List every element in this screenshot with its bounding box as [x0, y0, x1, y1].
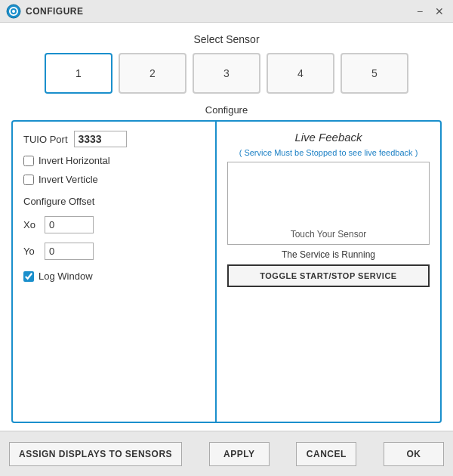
- toggle-service-button[interactable]: TOGGLE START/STOP SERVICE: [227, 264, 430, 287]
- select-sensor-title: Select Sensor: [11, 33, 442, 45]
- sensor-tabs: 1 2 3 4 5: [11, 53, 442, 94]
- configure-section: Configure TUIO Port Invert Horizontal: [11, 104, 442, 423]
- app-icon: [6, 4, 21, 19]
- svg-point-2: [12, 10, 15, 13]
- right-panel: Live Feeback ( Service Must be Stopped t…: [217, 122, 440, 422]
- sensor-tab-2[interactable]: 2: [119, 53, 186, 94]
- sensor-tab-5[interactable]: 5: [341, 53, 408, 94]
- sensor-tab-3[interactable]: 3: [193, 53, 260, 94]
- invert-vertical-label: Invert Verticle: [39, 174, 98, 185]
- configure-section-title: Configure: [11, 104, 442, 116]
- xo-row: Xo: [23, 216, 205, 233]
- live-feedback-subtitle: ( Service Must be Stopped to see live fe…: [239, 148, 418, 157]
- configure-panel: TUIO Port Invert Horizontal Invert Verti…: [11, 120, 442, 423]
- titlebar-title: CONFIGURE: [26, 6, 84, 17]
- xo-input[interactable]: [45, 216, 94, 233]
- ok-button[interactable]: OK: [384, 442, 444, 466]
- log-window-row: Log Window: [23, 270, 205, 282]
- sensor-tab-4[interactable]: 4: [267, 53, 334, 94]
- invert-horizontal-label: Invert Horizontal: [39, 155, 110, 166]
- yo-label: Yo: [23, 246, 39, 257]
- invert-vertical-row: Invert Verticle: [23, 174, 205, 185]
- left-panel: TUIO Port Invert Horizontal Invert Verti…: [13, 122, 217, 422]
- configure-offset-label: Configure Offset: [23, 196, 205, 207]
- close-button[interactable]: ✕: [432, 4, 447, 19]
- main-content: Select Sensor 1 2 3 4 5 Configure TUIO P…: [0, 23, 453, 431]
- feedback-box-text: Touch Your Sensor: [291, 229, 367, 240]
- log-window-checkbox[interactable]: [23, 271, 34, 282]
- titlebar-controls: − ✕: [412, 4, 447, 19]
- invert-horizontal-checkbox[interactable]: [23, 156, 34, 166]
- invert-horizontal-row: Invert Horizontal: [23, 155, 205, 166]
- cancel-button[interactable]: CANCEL: [296, 442, 356, 466]
- live-feedback-title: Live Feeback: [294, 131, 362, 144]
- yo-row: Yo: [23, 243, 205, 260]
- minimize-button[interactable]: −: [412, 4, 427, 19]
- tuio-port-input[interactable]: [74, 131, 127, 147]
- bottom-bar: ASSIGN DISPLAYS TO SENSORS APPLY CANCEL …: [0, 431, 453, 476]
- titlebar: CONFIGURE − ✕: [0, 0, 453, 23]
- log-window-label: Log Window: [39, 270, 93, 282]
- xo-label: Xo: [23, 219, 39, 230]
- yo-input[interactable]: [45, 243, 94, 260]
- feedback-display-box: Touch Your Sensor: [227, 162, 430, 245]
- sensor-tab-1[interactable]: 1: [45, 53, 112, 94]
- service-status: The Service is Running: [282, 249, 375, 260]
- tuio-port-row: TUIO Port: [23, 131, 205, 147]
- tuio-port-label: TUIO Port: [23, 134, 68, 145]
- assign-displays-button[interactable]: ASSIGN DISPLAYS TO SENSORS: [9, 442, 182, 466]
- apply-button[interactable]: APPLY: [209, 442, 270, 466]
- invert-vertical-checkbox[interactable]: [23, 175, 34, 185]
- titlebar-left: CONFIGURE: [6, 4, 84, 19]
